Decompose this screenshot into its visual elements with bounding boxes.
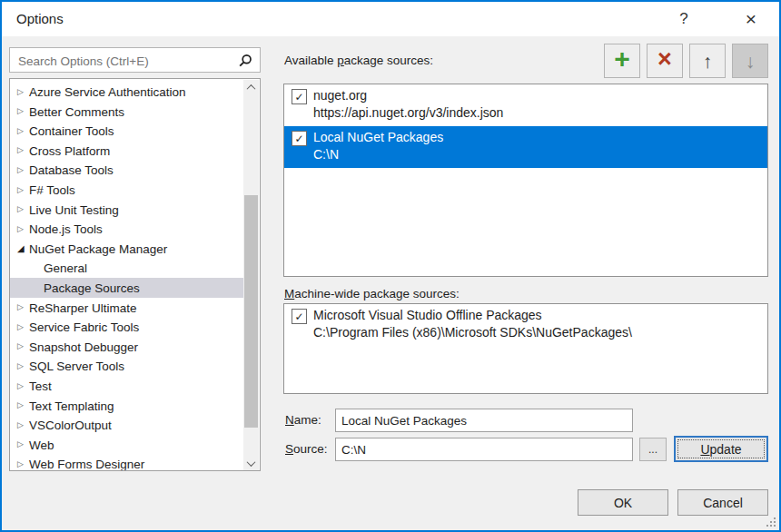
ellipsis-icon: ... [648, 443, 657, 456]
expand-icon[interactable]: ▷ [17, 377, 29, 397]
checkbox-checked[interactable]: ✓ [292, 89, 307, 104]
remove-source-button[interactable]: × [647, 44, 683, 78]
search-icon[interactable] [239, 54, 252, 67]
expand-icon[interactable]: ▷ [17, 220, 29, 240]
move-up-button[interactable]: ↑ [689, 44, 726, 78]
sidebar-item-f-tools[interactable]: ▷F# Tools [10, 180, 244, 200]
sidebar-item-nuget-package-manager[interactable]: ◢NuGet Package Manager [10, 239, 244, 259]
available-sources-list: ✓nuget.orghttps://api.nuget.org/v3/index… [283, 84, 768, 277]
sidebar-item-azure-service-authentication[interactable]: ▷Azure Service Authentication [10, 82, 244, 102]
sidebar-item-label: Service Fabric Tools [29, 320, 139, 334]
sidebar-item-resharper-ultimate[interactable]: ▷ReSharper Ultimate [10, 298, 244, 318]
sidebar-item-text-templating[interactable]: ▷Text Templating [10, 396, 244, 416]
name-field[interactable] [335, 409, 633, 432]
sidebar-item-container-tools[interactable]: ▷Container Tools [10, 121, 244, 141]
expand-icon[interactable]: ▷ [17, 122, 29, 142]
scroll-up-button[interactable] [243, 80, 259, 95]
source-name: nuget.org [313, 87, 767, 104]
cancel-button[interactable]: Cancel [677, 489, 768, 516]
sidebar-item-label: Web Forms Designer [29, 458, 144, 471]
sidebar-item-label: SQL Server Tools [29, 360, 124, 373]
expand-icon[interactable]: ▷ [17, 455, 29, 471]
sidebar-item-web-forms-designer[interactable]: ▷Web Forms Designer [10, 454, 244, 471]
close-icon[interactable]: × [736, 5, 766, 33]
sidebar-item-better-comments[interactable]: ▷Better Comments [10, 102, 244, 122]
collapse-icon[interactable]: ◢ [17, 239, 29, 259]
browse-button[interactable]: ... [639, 438, 667, 461]
sidebar-item-label: ReSharper Ultimate [29, 300, 137, 314]
checkbox-checked[interactable]: ✓ [292, 131, 307, 146]
expand-icon[interactable]: ▷ [17, 298, 29, 318]
plus-icon: + [614, 45, 630, 73]
available-sources-label: Available package sources: [284, 54, 433, 67]
options-tree: ▷Azure Service Authentication▷Better Com… [9, 78, 261, 471]
sidebar-item-general[interactable]: General [10, 258, 244, 278]
scroll-down-button[interactable] [243, 456, 259, 471]
update-button-label: Update [700, 442, 741, 457]
package-source-row-nuget-org[interactable]: ✓nuget.orghttps://api.nuget.org/v3/index… [284, 84, 767, 126]
sidebar-item-test[interactable]: ▷Test [10, 376, 244, 396]
source-path: C:\Program Files (x86)\Microsoft SDKs\Nu… [313, 324, 767, 341]
sidebar-item-label: Azure Service Authentication [29, 85, 186, 99]
add-source-button[interactable]: + [604, 44, 640, 78]
checkbox-checked[interactable]: ✓ [292, 309, 307, 324]
sidebar-item-label: Container Tools [29, 124, 114, 138]
sidebar-item-snapshot-debugger[interactable]: ▷Snapshot Debugger [10, 337, 244, 357]
sidebar-item-package-sources[interactable]: Package Sources [10, 278, 244, 298]
expand-icon[interactable]: ▷ [17, 435, 29, 455]
search-input[interactable] [16, 49, 233, 73]
package-source-row-local-nuget-packages[interactable]: ✓Local NuGet PackagesC:\N [284, 126, 767, 168]
expand-icon[interactable]: ▷ [17, 181, 29, 201]
chevron-up-icon [247, 84, 256, 94]
sidebar-item-label: Snapshot Debugger [29, 340, 138, 353]
machine-sources-label: Machine-wide package sources: [284, 287, 460, 300]
sidebar-item-label: Live Unit Testing [29, 202, 119, 216]
machine-sources-list: ✓Microsoft Visual Studio Offline Package… [283, 303, 768, 394]
expand-icon[interactable]: ▷ [17, 161, 29, 181]
resize-grip[interactable] [763, 514, 776, 527]
ok-button[interactable]: OK [578, 489, 668, 516]
sidebar-item-database-tools[interactable]: ▷Database Tools [10, 160, 244, 180]
expand-icon[interactable]: ▷ [17, 318, 29, 338]
help-icon[interactable]: ? [668, 5, 699, 33]
expand-icon[interactable]: ▷ [17, 83, 29, 103]
expand-icon[interactable]: ▷ [17, 200, 29, 220]
arrow-down-icon: ↓ [746, 52, 756, 71]
source-field[interactable] [335, 438, 633, 461]
expand-icon[interactable]: ▷ [17, 416, 29, 436]
update-button[interactable]: Update [674, 436, 768, 462]
sidebar-item-live-unit-testing[interactable]: ▷Live Unit Testing [10, 200, 244, 220]
sidebar-item-node-js-tools[interactable]: ▷Node.js Tools [10, 219, 244, 239]
sidebar-item-label: Web [29, 438, 54, 451]
package-source-row-microsoft-visual-studio-offline-packages[interactable]: ✓Microsoft Visual Studio Offline Package… [284, 304, 767, 346]
search-box [9, 47, 261, 73]
sidebar-item-cross-platform[interactable]: ▷Cross Platform [10, 141, 244, 161]
expand-icon[interactable]: ▷ [17, 337, 29, 357]
sidebar-item-label: Test [29, 379, 52, 393]
source-path: C:\N [313, 146, 767, 163]
sidebar-item-label: Package Sources [44, 281, 140, 295]
move-down-button[interactable]: ↓ [732, 44, 768, 78]
dialog-title: Options [16, 11, 64, 26]
expand-icon[interactable]: ▷ [17, 396, 29, 416]
sidebar-item-label: Text Templating [29, 399, 114, 412]
chevron-down-icon [247, 458, 256, 467]
sidebar-item-label: NuGet Package Manager [29, 241, 167, 255]
source-path: https://api.nuget.org/v3/index.json [313, 104, 767, 122]
expand-icon[interactable]: ▷ [17, 141, 29, 161]
sidebar-item-label: Better Comments [29, 104, 124, 118]
sidebar-item-vscoloroutput[interactable]: ▷VSColorOutput [10, 415, 244, 435]
tree-scrollbar[interactable] [243, 80, 259, 471]
sidebar-item-label: Node.js Tools [29, 222, 103, 236]
sidebar-item-label: Cross Platform [29, 143, 110, 157]
scrollbar-thumb[interactable] [244, 195, 258, 428]
expand-icon[interactable]: ▷ [17, 357, 29, 377]
title-bar: Options ? × [2, 2, 779, 36]
sidebar-item-sql-server-tools[interactable]: ▷SQL Server Tools [10, 356, 244, 376]
sidebar-item-web[interactable]: ▷Web [10, 435, 244, 455]
sidebar-item-service-fabric-tools[interactable]: ▷Service Fabric Tools [10, 317, 244, 337]
expand-icon[interactable]: ▷ [17, 102, 29, 122]
arrow-up-icon: ↑ [703, 52, 713, 71]
options-dialog: Options ? × ▷Azure Service Authenticatio… [0, 0, 781, 532]
sidebar-item-label: VSColorOutput [29, 419, 112, 432]
